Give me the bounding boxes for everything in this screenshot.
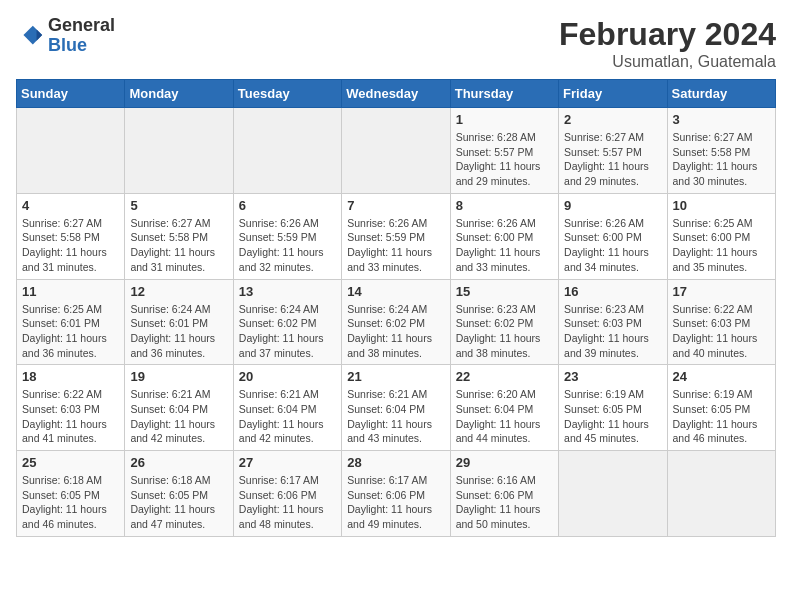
day-number: 11 [22, 284, 119, 299]
day-number: 29 [456, 455, 553, 470]
day-number: 7 [347, 198, 444, 213]
day-info: Sunrise: 6:27 AMSunset: 5:58 PMDaylight:… [130, 216, 227, 275]
day-number: 10 [673, 198, 770, 213]
header-wednesday: Wednesday [342, 80, 450, 108]
day-info: Sunrise: 6:21 AMSunset: 6:04 PMDaylight:… [347, 387, 444, 446]
day-number: 23 [564, 369, 661, 384]
day-info: Sunrise: 6:24 AMSunset: 6:01 PMDaylight:… [130, 302, 227, 361]
day-number: 19 [130, 369, 227, 384]
calendar-cell: 6Sunrise: 6:26 AMSunset: 5:59 PMDaylight… [233, 193, 341, 279]
day-info: Sunrise: 6:16 AMSunset: 6:06 PMDaylight:… [456, 473, 553, 532]
day-info: Sunrise: 6:23 AMSunset: 6:02 PMDaylight:… [456, 302, 553, 361]
day-info: Sunrise: 6:20 AMSunset: 6:04 PMDaylight:… [456, 387, 553, 446]
calendar-cell: 24Sunrise: 6:19 AMSunset: 6:05 PMDayligh… [667, 365, 775, 451]
day-number: 26 [130, 455, 227, 470]
header-tuesday: Tuesday [233, 80, 341, 108]
day-number: 25 [22, 455, 119, 470]
week-row-4: 18Sunrise: 6:22 AMSunset: 6:03 PMDayligh… [17, 365, 776, 451]
calendar-cell [667, 451, 775, 537]
calendar-cell: 21Sunrise: 6:21 AMSunset: 6:04 PMDayligh… [342, 365, 450, 451]
calendar-table: SundayMondayTuesdayWednesdayThursdayFrid… [16, 79, 776, 537]
header-row: SundayMondayTuesdayWednesdayThursdayFrid… [17, 80, 776, 108]
day-info: Sunrise: 6:28 AMSunset: 5:57 PMDaylight:… [456, 130, 553, 189]
calendar-cell [125, 108, 233, 194]
calendar-cell: 10Sunrise: 6:25 AMSunset: 6:00 PMDayligh… [667, 193, 775, 279]
calendar-cell: 7Sunrise: 6:26 AMSunset: 5:59 PMDaylight… [342, 193, 450, 279]
week-row-3: 11Sunrise: 6:25 AMSunset: 6:01 PMDayligh… [17, 279, 776, 365]
logo-icon [16, 22, 44, 50]
svg-marker-1 [37, 29, 43, 40]
calendar-cell [559, 451, 667, 537]
calendar-cell: 12Sunrise: 6:24 AMSunset: 6:01 PMDayligh… [125, 279, 233, 365]
calendar-cell: 8Sunrise: 6:26 AMSunset: 6:00 PMDaylight… [450, 193, 558, 279]
day-info: Sunrise: 6:25 AMSunset: 6:01 PMDaylight:… [22, 302, 119, 361]
calendar-cell: 26Sunrise: 6:18 AMSunset: 6:05 PMDayligh… [125, 451, 233, 537]
day-info: Sunrise: 6:26 AMSunset: 6:00 PMDaylight:… [564, 216, 661, 275]
day-number: 5 [130, 198, 227, 213]
day-info: Sunrise: 6:22 AMSunset: 6:03 PMDaylight:… [673, 302, 770, 361]
day-number: 9 [564, 198, 661, 213]
calendar-cell: 28Sunrise: 6:17 AMSunset: 6:06 PMDayligh… [342, 451, 450, 537]
calendar-cell: 2Sunrise: 6:27 AMSunset: 5:57 PMDaylight… [559, 108, 667, 194]
day-number: 22 [456, 369, 553, 384]
day-number: 1 [456, 112, 553, 127]
week-row-1: 1Sunrise: 6:28 AMSunset: 5:57 PMDaylight… [17, 108, 776, 194]
day-info: Sunrise: 6:24 AMSunset: 6:02 PMDaylight:… [347, 302, 444, 361]
calendar-cell: 17Sunrise: 6:22 AMSunset: 6:03 PMDayligh… [667, 279, 775, 365]
day-info: Sunrise: 6:26 AMSunset: 6:00 PMDaylight:… [456, 216, 553, 275]
day-info: Sunrise: 6:22 AMSunset: 6:03 PMDaylight:… [22, 387, 119, 446]
day-info: Sunrise: 6:19 AMSunset: 6:05 PMDaylight:… [673, 387, 770, 446]
day-info: Sunrise: 6:18 AMSunset: 6:05 PMDaylight:… [22, 473, 119, 532]
day-info: Sunrise: 6:21 AMSunset: 6:04 PMDaylight:… [239, 387, 336, 446]
day-number: 6 [239, 198, 336, 213]
calendar-cell: 22Sunrise: 6:20 AMSunset: 6:04 PMDayligh… [450, 365, 558, 451]
logo: General Blue [16, 16, 115, 56]
header-thursday: Thursday [450, 80, 558, 108]
calendar-cell: 14Sunrise: 6:24 AMSunset: 6:02 PMDayligh… [342, 279, 450, 365]
calendar-cell: 4Sunrise: 6:27 AMSunset: 5:58 PMDaylight… [17, 193, 125, 279]
day-info: Sunrise: 6:27 AMSunset: 5:57 PMDaylight:… [564, 130, 661, 189]
day-number: 20 [239, 369, 336, 384]
header-monday: Monday [125, 80, 233, 108]
day-info: Sunrise: 6:25 AMSunset: 6:00 PMDaylight:… [673, 216, 770, 275]
calendar-cell: 20Sunrise: 6:21 AMSunset: 6:04 PMDayligh… [233, 365, 341, 451]
calendar-cell [233, 108, 341, 194]
day-number: 8 [456, 198, 553, 213]
calendar-cell: 9Sunrise: 6:26 AMSunset: 6:00 PMDaylight… [559, 193, 667, 279]
calendar-cell: 3Sunrise: 6:27 AMSunset: 5:58 PMDaylight… [667, 108, 775, 194]
day-number: 3 [673, 112, 770, 127]
day-info: Sunrise: 6:23 AMSunset: 6:03 PMDaylight:… [564, 302, 661, 361]
calendar-cell: 1Sunrise: 6:28 AMSunset: 5:57 PMDaylight… [450, 108, 558, 194]
day-number: 13 [239, 284, 336, 299]
calendar-header: SundayMondayTuesdayWednesdayThursdayFrid… [17, 80, 776, 108]
day-number: 28 [347, 455, 444, 470]
page-header: General Blue February 2024 Usumatlan, Gu… [16, 16, 776, 71]
calendar-cell: 5Sunrise: 6:27 AMSunset: 5:58 PMDaylight… [125, 193, 233, 279]
calendar-cell: 25Sunrise: 6:18 AMSunset: 6:05 PMDayligh… [17, 451, 125, 537]
day-number: 14 [347, 284, 444, 299]
day-info: Sunrise: 6:26 AMSunset: 5:59 PMDaylight:… [239, 216, 336, 275]
header-sunday: Sunday [17, 80, 125, 108]
calendar-cell: 29Sunrise: 6:16 AMSunset: 6:06 PMDayligh… [450, 451, 558, 537]
calendar-cell: 13Sunrise: 6:24 AMSunset: 6:02 PMDayligh… [233, 279, 341, 365]
day-number: 21 [347, 369, 444, 384]
day-number: 27 [239, 455, 336, 470]
day-number: 24 [673, 369, 770, 384]
week-row-5: 25Sunrise: 6:18 AMSunset: 6:05 PMDayligh… [17, 451, 776, 537]
day-number: 12 [130, 284, 227, 299]
calendar-cell: 18Sunrise: 6:22 AMSunset: 6:03 PMDayligh… [17, 365, 125, 451]
day-info: Sunrise: 6:24 AMSunset: 6:02 PMDaylight:… [239, 302, 336, 361]
day-info: Sunrise: 6:21 AMSunset: 6:04 PMDaylight:… [130, 387, 227, 446]
week-row-2: 4Sunrise: 6:27 AMSunset: 5:58 PMDaylight… [17, 193, 776, 279]
title-block: February 2024 Usumatlan, Guatemala [559, 16, 776, 71]
day-info: Sunrise: 6:27 AMSunset: 5:58 PMDaylight:… [22, 216, 119, 275]
logo-general-text: General [48, 15, 115, 35]
calendar-cell: 11Sunrise: 6:25 AMSunset: 6:01 PMDayligh… [17, 279, 125, 365]
day-info: Sunrise: 6:27 AMSunset: 5:58 PMDaylight:… [673, 130, 770, 189]
day-number: 17 [673, 284, 770, 299]
calendar-cell: 19Sunrise: 6:21 AMSunset: 6:04 PMDayligh… [125, 365, 233, 451]
page-title: February 2024 [559, 16, 776, 53]
calendar-body: 1Sunrise: 6:28 AMSunset: 5:57 PMDaylight… [17, 108, 776, 537]
day-info: Sunrise: 6:19 AMSunset: 6:05 PMDaylight:… [564, 387, 661, 446]
day-info: Sunrise: 6:17 AMSunset: 6:06 PMDaylight:… [347, 473, 444, 532]
